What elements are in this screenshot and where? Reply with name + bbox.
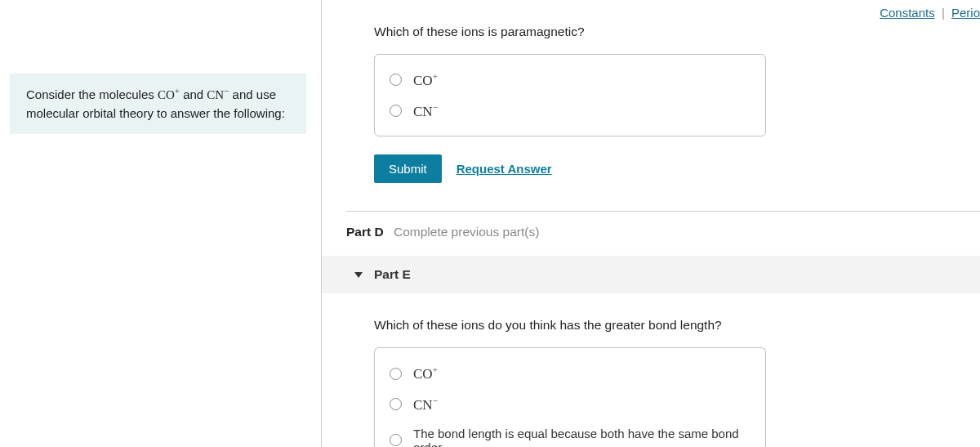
prompt-pre: Consider the molecules <box>26 87 158 101</box>
parte-label: Part E <box>374 267 411 282</box>
choice-label: CO+ <box>413 71 438 89</box>
content: Which of these ions is paramagnetic? CO+… <box>322 25 980 447</box>
partd-row: Part D Complete previous part(s) <box>346 212 980 253</box>
chevron-down-icon <box>354 272 363 278</box>
submit-button[interactable]: Submit <box>374 154 442 183</box>
prompt-mid: and <box>180 87 207 101</box>
choice-label: CN− <box>413 396 438 413</box>
molecule-cn: CN− <box>207 88 229 101</box>
molecule-co: CO+ <box>158 88 180 101</box>
choice-e-equal[interactable]: The bond length is equal because both ha… <box>375 420 765 447</box>
left-panel: Consider the molecules CO+ and CN− and u… <box>0 0 321 447</box>
constants-link[interactable]: Constants <box>880 6 935 20</box>
periodic-link[interactable]: Perio <box>951 6 980 20</box>
choice-label: CN− <box>413 102 438 120</box>
parte-header[interactable]: Part E <box>322 256 980 293</box>
top-links: Constants | Perio <box>880 6 980 20</box>
page-layout: Consider the molecules CO+ and CN− and u… <box>0 0 980 447</box>
partd-msg: Complete previous part(s) <box>394 225 539 239</box>
radio-icon <box>390 434 402 446</box>
problem-prompt: Consider the molecules CO+ and CN− and u… <box>10 74 306 134</box>
radio-icon <box>390 368 402 380</box>
partc-actions: Submit Request Answer <box>374 154 980 183</box>
choice-label: CO+ <box>413 364 438 382</box>
partc-question: Which of these ions is paramagnetic? <box>374 25 980 39</box>
radio-icon <box>390 398 402 410</box>
request-answer-link[interactable]: Request Answer <box>457 162 552 176</box>
radio-icon <box>390 74 402 86</box>
choice-co-plus[interactable]: CO+ <box>375 65 765 96</box>
radio-icon <box>390 105 402 117</box>
parte-question: Which of these ions do you think has the… <box>374 318 980 333</box>
choice-label: The bond length is equal because both ha… <box>413 427 751 447</box>
partd-label: Part D <box>346 225 384 239</box>
parte-choices: CO+ CN− The bond length is equal because… <box>374 347 766 447</box>
choice-e-cn-minus[interactable]: CN− <box>375 389 765 420</box>
link-separator: | <box>942 6 945 20</box>
right-panel: Constants | Perio Which of these ions is… <box>321 0 980 447</box>
choice-e-co-plus[interactable]: CO+ <box>375 358 765 389</box>
partc-choices: CO+ CN− <box>374 54 766 136</box>
choice-cn-minus[interactable]: CN− <box>375 96 765 127</box>
